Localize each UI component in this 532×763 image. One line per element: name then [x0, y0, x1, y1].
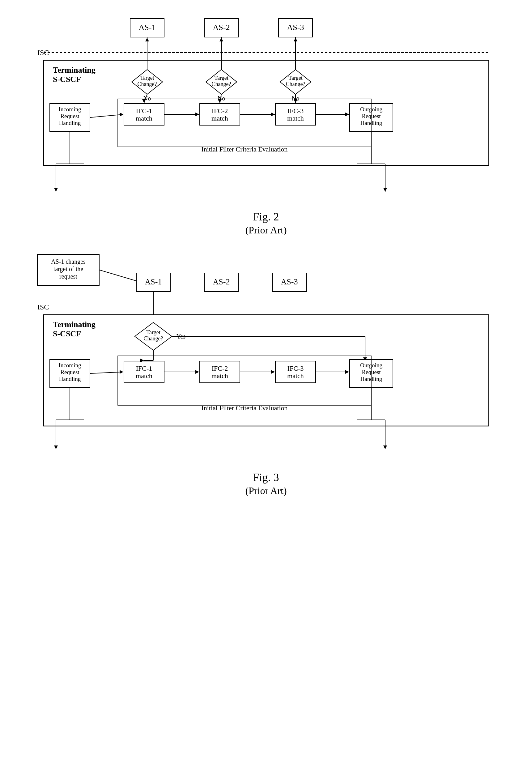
svg-text:target of the: target of the — [53, 266, 83, 273]
fig2-container: AS-1 AS-2 AS-3 ISC — [25, 12, 507, 236]
svg-text:Change?: Change? — [286, 81, 305, 87]
svg-marker-68 — [219, 38, 223, 42]
svg-text:match: match — [211, 114, 228, 122]
svg-text:request: request — [59, 273, 77, 280]
svg-text:Target: Target — [140, 75, 154, 81]
svg-text:S-CSCF: S-CSCF — [53, 75, 81, 84]
fig2-svg: AS-1 AS-2 AS-3 ISC — [25, 12, 507, 204]
svg-text:IFC-1: IFC-1 — [136, 107, 152, 115]
svg-line-83 — [99, 270, 141, 282]
svg-text:Target: Target — [146, 329, 160, 335]
svg-marker-70 — [294, 38, 297, 42]
svg-text:Incoming: Incoming — [58, 106, 81, 113]
svg-text:Handling: Handling — [59, 120, 81, 126]
svg-text:AS-2: AS-2 — [213, 23, 230, 32]
svg-text:IFC-1: IFC-1 — [136, 365, 152, 372]
svg-text:AS-3: AS-3 — [281, 277, 298, 286]
svg-text:IFC-2: IFC-2 — [211, 365, 228, 372]
svg-text:IFC-3: IFC-3 — [287, 107, 304, 115]
svg-text:AS-3: AS-3 — [287, 23, 304, 32]
fig2-sublabel: (Prior Art) — [245, 224, 286, 236]
svg-marker-139 — [54, 446, 58, 449]
page: AS-1 AS-2 AS-3 ISC — [0, 0, 532, 521]
svg-marker-66 — [145, 38, 149, 42]
svg-text:Request: Request — [60, 113, 79, 119]
fig3-sublabel: (Prior Art) — [245, 485, 286, 496]
svg-text:Initial Filter Criteria Evalua: Initial Filter Criteria Evaluation — [201, 145, 287, 153]
svg-text:match: match — [287, 372, 304, 380]
svg-text:Target: Target — [288, 75, 302, 81]
svg-text:Terminating: Terminating — [53, 320, 95, 329]
fig3-container: AS-1 changes target of the request AS-1 … — [25, 248, 507, 496]
svg-marker-143 — [383, 446, 387, 449]
svg-text:Incoming: Incoming — [58, 362, 81, 369]
svg-text:AS-1: AS-1 — [145, 277, 162, 286]
svg-text:S-CSCF: S-CSCF — [53, 329, 81, 338]
svg-text:Change?: Change? — [137, 81, 157, 87]
svg-text:ISC: ISC — [38, 49, 49, 56]
svg-text:match: match — [287, 114, 304, 122]
fig3-label: Fig. 3 — [253, 471, 279, 484]
svg-text:Initial Filter Criteria Evalua: Initial Filter Criteria Evaluation — [201, 404, 287, 412]
svg-text:AS-1 changes: AS-1 changes — [51, 258, 86, 265]
svg-text:ISC: ISC — [38, 303, 49, 311]
svg-text:Target: Target — [214, 75, 228, 81]
fig3-svg: AS-1 changes target of the request AS-1 … — [25, 248, 507, 465]
svg-text:AS-1: AS-1 — [139, 23, 156, 32]
svg-text:IFC-2: IFC-2 — [211, 107, 228, 115]
svg-text:Change?: Change? — [144, 335, 163, 342]
fig2-label: Fig. 2 — [253, 210, 279, 223]
svg-marker-78 — [383, 188, 387, 192]
svg-text:Handling: Handling — [59, 376, 81, 382]
svg-text:match: match — [136, 372, 153, 380]
svg-text:Request: Request — [60, 369, 79, 375]
svg-text:match: match — [211, 372, 228, 380]
svg-text:Terminating: Terminating — [53, 65, 95, 74]
svg-marker-74 — [54, 188, 58, 192]
svg-text:AS-2: AS-2 — [213, 277, 230, 286]
svg-text:match: match — [136, 114, 153, 122]
svg-text:Change?: Change? — [211, 81, 231, 87]
svg-text:IFC-3: IFC-3 — [287, 365, 304, 372]
